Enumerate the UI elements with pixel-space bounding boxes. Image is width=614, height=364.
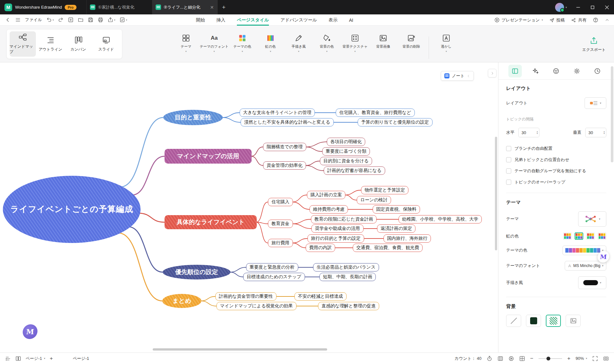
add-page-button[interactable]: + [50, 355, 53, 362]
page-tab[interactable]: ページ-1 [69, 353, 93, 364]
mindmap-node-t52[interactable]: マインドマップによる視覚化の効果 [216, 302, 296, 310]
mindmap-node-t41[interactable]: 重要度と緊急度の分析 [246, 263, 298, 271]
fullscreen-icon[interactable] [592, 356, 598, 361]
mindmap-node-l331[interactable]: 国内旅行、海外旅行 [384, 234, 431, 243]
tool-background-delete[interactable]: 背景の削除 [397, 34, 425, 49]
checkbox-box[interactable] [506, 146, 511, 151]
mindmap-node-t33[interactable]: 旅行費用 [268, 239, 293, 247]
presentation-button[interactable]: プレゼンテーション ▾ [494, 17, 543, 23]
help-button[interactable] [593, 17, 598, 23]
minimize-button[interactable] [571, 0, 585, 14]
mindmap-node-t31[interactable]: 住宅購入 [268, 198, 293, 206]
tool-theme-color[interactable]: テーマの色▾ [228, 34, 256, 52]
mindmap-node-t11[interactable]: 大きな支出を伴うイベントの管理 [240, 109, 315, 117]
checkbox-align-sibling-topics[interactable]: 兄弟トピックとの位置合わせ [506, 157, 606, 163]
background-none-button[interactable] [506, 315, 521, 327]
horizontal-scrollbar[interactable] [153, 348, 327, 351]
theme-font-dropdown[interactable]: MS Mincho (Big ▾ [565, 261, 606, 271]
vertical-spacing-stepper[interactable]: ▴▾ [585, 128, 606, 137]
undo-button[interactable]: ▾ [46, 17, 54, 23]
open-folder-icon[interactable] [78, 17, 84, 23]
mindmap-node-root[interactable]: ライフイベントごとの予算編成 [3, 176, 141, 243]
task-button[interactable]: ▾ [119, 17, 127, 23]
share-button[interactable]: 共有 [571, 17, 586, 23]
background-image-button[interactable] [566, 315, 581, 327]
checkbox-free-branch-placement[interactable]: ブランチの自由配置 [506, 146, 606, 151]
checkbox-box[interactable] [506, 180, 511, 185]
hand-drawn-dropdown[interactable]: ▾ [578, 276, 606, 289]
document-tab-1[interactable]: ①家計構...な視覚化 [86, 0, 152, 14]
tool-theme-font[interactable]: Aa テーマのフォント▾ [200, 34, 228, 52]
mindmap-node-l24[interactable]: 計画的な貯蓄が容易になる [324, 166, 385, 175]
mindmap-node-l11[interactable]: 住宅購入、教育資金、旅行費用など [336, 109, 415, 117]
mindmap-node-b4[interactable]: 優先順位の設定 [163, 265, 230, 279]
mindmap-canvas[interactable]: ライフイベントごとの予算編成目的と重要性大きな支出を伴うイベントの管理住宅購入、… [0, 62, 498, 352]
mindmap-node-b1[interactable]: 目的と重要性 [163, 110, 223, 125]
panel-scrollbar[interactable] [611, 66, 613, 162]
mindmap-node-l312[interactable]: ローンの検討 [357, 196, 391, 204]
mindmap-node-l23[interactable]: 目的別に資金を分ける [320, 157, 372, 165]
mode-mindmap[interactable]: マインドマップ [10, 31, 36, 57]
panel-tab-history[interactable] [591, 65, 604, 77]
checkbox-box[interactable] [506, 168, 511, 174]
new-tab-button[interactable]: + [218, 0, 230, 14]
panel-tab-sticker[interactable] [549, 65, 563, 77]
zoom-out-button[interactable]: − [530, 355, 533, 362]
mindmap-node-l322[interactable]: 返済計画の策定 [377, 224, 416, 233]
back-icon[interactable] [5, 17, 11, 23]
background-texture-button[interactable] [546, 315, 561, 327]
mindmap-node-b2[interactable]: マインドマップの活用 [165, 149, 252, 164]
save-icon[interactable] [88, 17, 93, 23]
menu-view[interactable]: 表示 [328, 14, 337, 26]
mindmap-node-l41[interactable]: 生活必需品と娯楽のバランス [313, 263, 379, 271]
tool-theme[interactable]: テーマ▾ [172, 34, 200, 52]
menu-ai[interactable]: AI [349, 14, 353, 26]
share-export-button[interactable]: ▾ [108, 17, 115, 23]
page-select-dropdown[interactable]: ページ-1 ▾ [26, 356, 45, 361]
avatar[interactable] [555, 3, 564, 12]
traverse-play-icon[interactable] [508, 356, 514, 361]
mindmap-node-l313[interactable]: 固定資産税、保険料 [373, 205, 420, 214]
mindmap-node-t42[interactable]: 目標達成のためのステップ [243, 273, 305, 281]
tab-close-icon[interactable]: ✕ [209, 5, 214, 10]
mindmap-node-l311[interactable]: 物件選定と予算設定 [361, 186, 408, 194]
vertical-spacing-input[interactable] [588, 130, 599, 135]
zoom-level-dropdown[interactable]: 90% ▾ [576, 356, 587, 361]
outline-view-icon[interactable] [5, 356, 11, 361]
checkbox-topic-overlap[interactable]: トピックのオーバーラップ [506, 179, 606, 185]
maximize-button[interactable] [585, 0, 600, 14]
new-document-icon[interactable] [68, 17, 74, 23]
tool-background-color[interactable]: 背景の色▾ [313, 34, 341, 52]
background-solid-button[interactable] [526, 315, 541, 327]
mindmap-node-t22[interactable]: 資金管理の効率化 [263, 161, 306, 170]
rainbow-option-4[interactable] [598, 232, 606, 240]
menu-advanced-tools[interactable]: アドバンスツール [280, 14, 317, 26]
mindmap-node-l52[interactable]: 直感的な理解と整理の促進 [318, 302, 379, 310]
document-tab-2-active[interactable]: ②ライフ...と細分化 ✕ [152, 0, 218, 14]
mindmap-node-l22[interactable]: 重要度に基づく分類 [322, 147, 370, 156]
mindmap-node-s312[interactable]: 維持費用の考慮 [310, 205, 348, 214]
export-button[interactable]: エクスポート [582, 35, 606, 53]
file-menu[interactable]: ファイル [25, 17, 42, 23]
rainbow-option-3[interactable] [586, 232, 595, 240]
fit-screen-icon[interactable] [603, 356, 609, 361]
mindmap-node-t51[interactable]: 計画的な資金管理の重要性 [215, 292, 277, 301]
tool-background-image[interactable]: 背景画像 [369, 34, 397, 49]
panel-tab-ai-style[interactable] [529, 65, 542, 77]
checkbox-disable-auto-grouping[interactable]: テーマの自動グループ化を無効にする [506, 168, 606, 174]
menu-page-style[interactable]: ページスタイル [237, 14, 269, 26]
mindmap-node-s332[interactable]: 費用の内訳 [306, 244, 335, 252]
panel-tab-layout[interactable] [508, 65, 522, 77]
close-button[interactable] [600, 0, 614, 14]
menu-start[interactable]: 開始 [196, 14, 205, 26]
redo-icon[interactable] [58, 17, 64, 23]
mindmap-node-b3[interactable]: 具体的なライフイベント [165, 215, 257, 229]
rainbow-option-2-selected[interactable] [575, 232, 583, 240]
layout-dropdown[interactable]: ▾ [585, 97, 606, 109]
mindmap-node-s322[interactable]: 奨学金や助成金の活用 [311, 224, 364, 233]
panel-tab-settings[interactable] [570, 65, 584, 77]
panel-collapse-button[interactable] [488, 69, 497, 77]
mindmap-node-l332[interactable]: 交通費、宿泊費、食費、観光費 [353, 244, 423, 252]
tool-watermark[interactable]: 透かし▾ [432, 34, 460, 52]
tool-hand-drawn[interactable]: 手描き風▾ [285, 34, 313, 52]
